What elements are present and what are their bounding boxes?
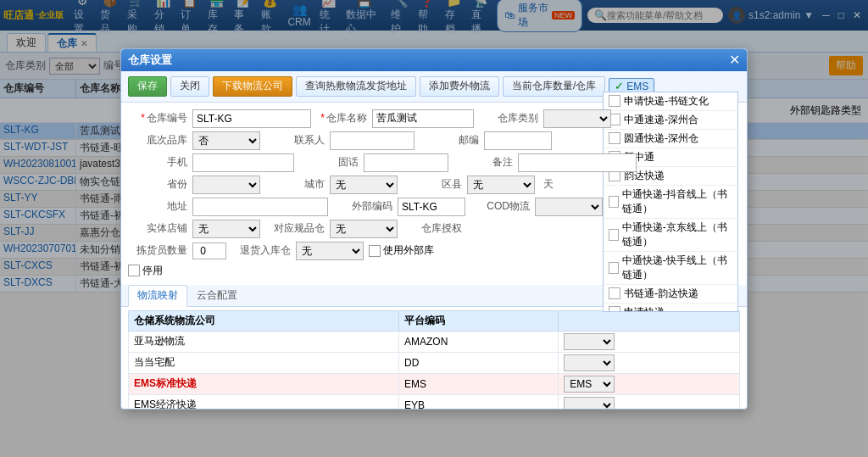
warehouse-type-label: 仓库类别 xyxy=(479,111,538,125)
header-wms: 仓储系统物流公司 xyxy=(129,310,399,331)
ext-code-input[interactable] xyxy=(398,198,465,216)
mobile-input[interactable] xyxy=(192,153,294,172)
tel-input[interactable] xyxy=(364,153,448,172)
warehouse-type-select[interactable] xyxy=(543,109,611,128)
district-extra: 天 xyxy=(540,177,554,192)
form-row-disabled: 停用 xyxy=(128,264,740,278)
tel-label: 固话 xyxy=(299,155,359,170)
use-ext-store-label: 使用外部库 xyxy=(383,243,434,258)
form-row-location: 省份 城市 无 区县 无 天 xyxy=(128,176,740,194)
logistics-item-label: 书链通-韵达快递 xyxy=(624,287,698,301)
form-row-address: 地址 外部编码 COD物流 xyxy=(128,198,740,216)
header-platform: 平台编码 xyxy=(399,310,559,331)
note-input[interactable] xyxy=(518,153,637,172)
form-row-packer: 拣货员数量 退货入库仓 无 使用外部库 xyxy=(128,242,740,260)
modal-form-body: 仓库编号 仓库名称 仓库类别 底次品库 否是 联系人 邮编 手机 固话 备 xyxy=(121,103,747,285)
return-warehouse-label: 退货入库仓 xyxy=(231,243,291,258)
form-row-sub: 底次品库 否是 联系人 邮编 xyxy=(128,131,740,150)
logistics-item[interactable]: 书链通-韵达快递 xyxy=(604,285,737,304)
warehouse-settings-modal: 仓库设置 ✕ 保存 关闭 下载物流公司 查询热敷物流发货地址 添加费外物流 当前… xyxy=(120,48,748,410)
sub-stock-select[interactable]: 否是 xyxy=(192,131,260,150)
logistics-check-icon xyxy=(609,287,620,299)
ems-label: EMS xyxy=(626,81,648,92)
form-row-contact: 手机 固话 备注 xyxy=(128,153,740,172)
packer-count-input[interactable] xyxy=(192,242,226,259)
logistics-extra-select[interactable] xyxy=(564,354,615,371)
add-ext-logistics-button[interactable]: 添加费外物流 xyxy=(420,76,499,97)
city-select[interactable]: 无 xyxy=(330,176,398,194)
disabled-checkbox[interactable] xyxy=(128,265,140,276)
modal-close-button[interactable]: ✕ xyxy=(729,53,740,67)
logistics-mapping-area: 仓储系统物流公司 平台编码 亚马逊物流 AMAZON 当当宅配 DD xyxy=(121,307,747,409)
warehouse-code-input[interactable] xyxy=(192,109,311,128)
disabled-group: 停用 xyxy=(128,264,163,278)
modal-close-btn[interactable]: 关闭 xyxy=(170,76,209,97)
post-label: 邮编 xyxy=(420,133,479,148)
cod-logistics-label: COD物流 xyxy=(470,199,530,214)
logistics-check-icon xyxy=(609,306,620,312)
logistics-mapping-table: 仓储系统物流公司 平台编码 亚马逊物流 AMAZON 当当宅配 DD xyxy=(128,310,740,409)
use-ext-store-checkbox[interactable] xyxy=(369,245,381,257)
district-select[interactable]: 无 xyxy=(467,176,535,194)
city-label: 城市 xyxy=(265,177,325,192)
logistics-item[interactable]: 申请快递 xyxy=(604,304,737,312)
modal-save-button[interactable]: 保存 xyxy=(128,76,167,97)
logistics-row-ems[interactable]: EMS标准快递 EMS EMS xyxy=(129,373,740,394)
warehouse-auth-label: 仓库授权 xyxy=(403,221,462,236)
logistics-wms-cell: EMS标准快递 xyxy=(129,373,399,394)
logistics-extra-select[interactable] xyxy=(564,333,615,350)
packer-count-label: 拣货员数量 xyxy=(128,243,187,258)
sub-stock-label: 底次品库 xyxy=(128,133,187,148)
logistics-platform-cell: EYB xyxy=(399,394,559,409)
logistics-ems-select[interactable]: EMS xyxy=(564,376,615,393)
warehouse-name-label: 仓库名称 xyxy=(316,111,367,125)
tab-cloud-config[interactable]: 云合配置 xyxy=(187,285,247,306)
logistics-extra-select[interactable] xyxy=(564,397,615,409)
province-label: 省份 xyxy=(128,177,187,192)
logistics-wms-cell: 当当宅配 xyxy=(129,352,399,373)
logistics-platform-cell: AMAZON xyxy=(399,331,559,352)
logistics-extra-cell: EMS xyxy=(559,373,740,394)
address-label: 地址 xyxy=(128,199,187,214)
logistics-row[interactable]: 当当宅配 DD xyxy=(129,352,740,373)
cod-logistics-select[interactable] xyxy=(535,198,603,216)
query-logistics-addr-button[interactable]: 查询热敷物流发货地址 xyxy=(296,76,416,97)
physical-store-label: 实体店铺 xyxy=(128,221,187,236)
disabled-label: 停用 xyxy=(142,264,163,278)
current-info-button[interactable]: 当前仓库数量/仓库 xyxy=(503,76,605,97)
download-logistics-button[interactable]: 下载物流公司 xyxy=(213,76,292,97)
physical-store-select[interactable]: 无 xyxy=(192,220,260,238)
province-select[interactable] xyxy=(192,176,260,194)
modal-overlay: 仓库设置 ✕ 保存 关闭 下载物流公司 查询热敷物流发货地址 添加费外物流 当前… xyxy=(0,0,868,457)
tab-logistics-mapping[interactable]: 物流映射 xyxy=(128,285,187,307)
form-row-store: 实体店铺 无 对应规品仓 无 仓库授权 xyxy=(128,220,740,238)
contact-label: 联系人 xyxy=(265,133,325,148)
header-extra xyxy=(559,310,740,331)
matching-sku-label: 对应规品仓 xyxy=(265,221,325,236)
logistics-extra-cell xyxy=(559,394,740,409)
logistics-wms-cell: 亚马逊物流 xyxy=(129,331,399,352)
modal-title-bar: 仓库设置 ✕ xyxy=(121,49,747,71)
note-label: 备注 xyxy=(453,155,513,170)
ext-code-label: 外部编码 xyxy=(333,199,392,214)
post-input[interactable] xyxy=(484,131,552,150)
logistics-row[interactable]: EMS经济快递 EYB xyxy=(129,394,740,409)
district-label: 区县 xyxy=(403,177,462,192)
form-row-basic: 仓库编号 仓库名称 仓库类别 xyxy=(128,109,740,128)
address-input[interactable] xyxy=(192,198,328,216)
logistics-extra-cell xyxy=(559,331,740,352)
logistics-item-label: 申请快递 xyxy=(624,305,665,312)
warehouse-code-label: 仓库编号 xyxy=(128,111,187,125)
matching-sku-select[interactable]: 无 xyxy=(330,220,398,238)
modal-title: 仓库设置 xyxy=(128,53,172,68)
logistics-wms-cell: EMS经济快递 xyxy=(129,394,399,409)
logistics-platform-cell: EMS xyxy=(399,373,559,394)
contact-input[interactable] xyxy=(330,131,415,150)
mobile-label: 手机 xyxy=(128,155,187,170)
logistics-row[interactable]: 亚马逊物流 AMAZON xyxy=(129,331,740,352)
modal-toolbar: 保存 关闭 下载物流公司 查询热敷物流发货地址 添加费外物流 当前仓库数量/仓库… xyxy=(121,71,747,103)
use-ext-store-group: 使用外部库 xyxy=(369,243,434,258)
logistics-platform-cell: DD xyxy=(399,352,559,373)
warehouse-name-input[interactable] xyxy=(372,109,474,128)
return-warehouse-select[interactable]: 无 xyxy=(296,242,364,260)
